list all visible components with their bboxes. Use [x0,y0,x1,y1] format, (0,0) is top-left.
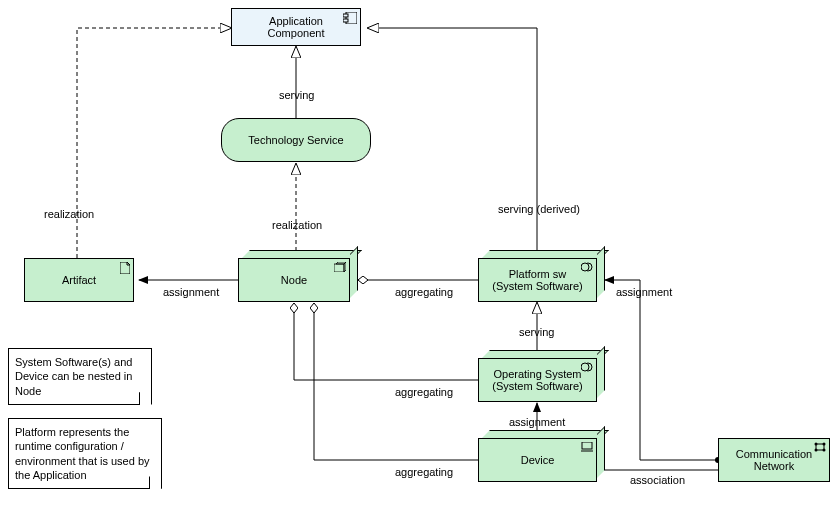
communication-network-label: Communication Network [736,448,812,472]
node-icon [334,262,346,274]
aggregating-label-2: aggregating [395,386,453,398]
svg-point-15 [581,363,589,371]
association-label: association [630,474,685,486]
aggregating-label-3: aggregating [395,466,453,478]
realization-label-2: realization [272,219,322,231]
assignment-label-2: assignment [509,416,565,428]
application-component[interactable]: Application Component [231,8,361,46]
node[interactable]: Node [238,250,358,302]
communication-network[interactable]: Communication Network [718,438,830,482]
technology-service-label: Technology Service [248,134,343,146]
serving-label-2: serving [519,326,554,338]
device-icon [581,442,593,454]
platform-sw[interactable]: Platform sw (System Software) [478,250,605,302]
artifact-label: Artifact [62,274,96,286]
system-software-icon [581,262,593,274]
platform-sw-label: Platform sw (System Software) [492,268,582,292]
serving-label: serving [279,89,314,101]
operating-system[interactable]: Operating System (System Software) [478,350,605,402]
svg-point-13 [581,263,589,271]
artifact[interactable]: Artifact [24,258,134,302]
document-icon [120,262,130,276]
svg-rect-10 [343,19,348,22]
system-software-icon [581,362,593,374]
note-nesting-text: System Software(s) and Device can be nes… [15,356,132,397]
serving-derived-label: serving (derived) [498,203,580,215]
component-icon [343,12,357,26]
assignment-label-3: assignment [616,286,672,298]
diagram-canvas: Application Component Technology Service… [0,0,838,516]
assignment-label-1: assignment [163,286,219,298]
svg-rect-9 [343,14,348,17]
note-nesting: System Software(s) and Device can be nes… [8,348,152,405]
note-platform-text: Platform represents the runtime configur… [15,426,150,481]
technology-service[interactable]: Technology Service [221,118,371,162]
operating-system-label: Operating System (System Software) [492,368,582,392]
svg-rect-11 [334,264,344,272]
aggregating-label-1: aggregating [395,286,453,298]
realization-label-1: realization [44,208,94,220]
node-label: Node [281,274,307,286]
note-platform: Platform represents the runtime configur… [8,418,162,489]
network-icon [814,442,826,454]
device-label: Device [521,454,555,466]
device[interactable]: Device [478,430,605,482]
svg-rect-16 [582,442,592,449]
application-component-label: Application Component [268,15,325,39]
